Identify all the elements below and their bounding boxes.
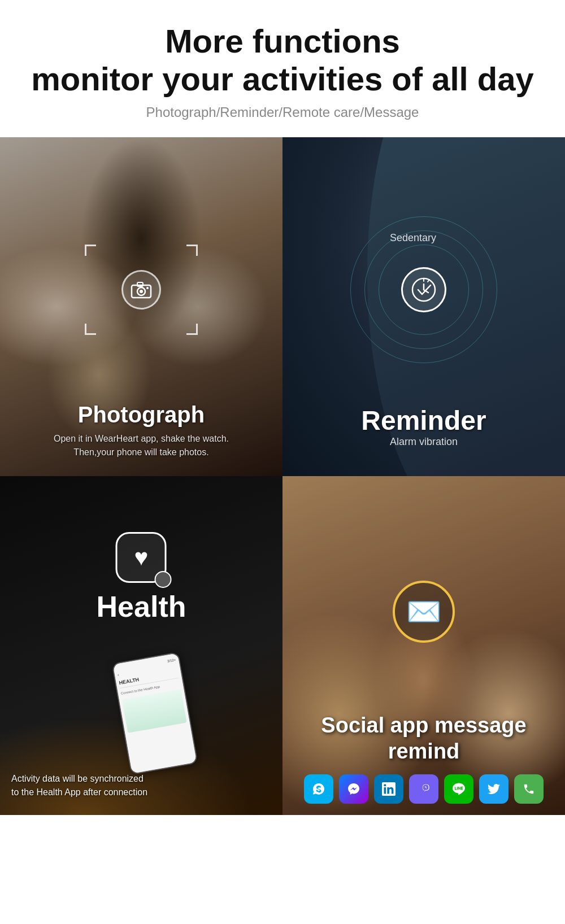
viber-icon <box>409 774 438 804</box>
photo-desc-line2: Then,your phone will take photos. <box>73 447 208 457</box>
social-cell: ✉️ Social app message remind <box>282 476 565 815</box>
social-label: Social app message remind <box>282 713 565 764</box>
envelope-icon: ✉️ <box>406 595 441 628</box>
heart-icon: ♥ <box>134 544 149 571</box>
timer-svg <box>410 276 438 304</box>
reminder-sub: Alarm vibration <box>282 436 565 448</box>
health-icon-area: ♥ Health <box>97 532 186 624</box>
timer-icon <box>401 267 446 312</box>
photograph-label: Photograph <box>78 402 205 428</box>
message-circle: ✉️ <box>393 581 455 643</box>
reminder-label: Reminder <box>282 405 565 436</box>
photograph-content: Photograph Open it in WearHeart app, sha… <box>0 137 282 476</box>
photograph-desc: Open it in WearHeart app, shake the watc… <box>54 432 229 459</box>
page-title: More functions monitor your activities o… <box>11 23 554 98</box>
title-line2: monitor your activities of all day <box>31 60 534 97</box>
feature-grid: Photograph Open it in WearHeart app, sha… <box>0 137 565 815</box>
health-desc-line1: Activity data will be synchronized <box>11 774 144 783</box>
message-icon-area: ✉️ <box>393 581 455 643</box>
watch-icon: ♥ <box>116 532 167 583</box>
social-overlay <box>282 476 565 815</box>
page-header: More functions monitor your activities o… <box>0 0 565 137</box>
skype-icon <box>304 774 333 804</box>
health-bottom-text: Activity data will be synchronized to th… <box>11 772 271 799</box>
phone-chart-area <box>122 690 187 733</box>
health-desc-line2: to the Health App after connection <box>11 787 147 797</box>
photo-desc-line1: Open it in WearHeart app, shake the watc… <box>54 434 229 443</box>
photograph-cell: Photograph Open it in WearHeart app, sha… <box>0 137 282 476</box>
line-icon <box>444 774 473 804</box>
page-subtitle: Photograph/Reminder/Remote care/Message <box>11 104 554 120</box>
reminder-icon-area <box>401 267 446 312</box>
linkedin-icon <box>374 774 403 804</box>
health-label: Health <box>97 590 186 624</box>
social-label-line2: remind <box>388 739 460 763</box>
messenger-icon <box>339 774 368 804</box>
health-cell: ♥ Health 3/12+ ‹ HEALTH Connect to the H… <box>0 476 282 815</box>
social-label-line1: Social app message <box>321 713 526 737</box>
reminder-text-area: Reminder Alarm vibration <box>282 405 565 448</box>
social-label-area: Social app message remind <box>282 713 565 764</box>
title-line1: More functions <box>165 23 400 59</box>
app-icons-row <box>282 774 565 804</box>
phone-call-icon <box>514 774 544 804</box>
reminder-cell: Sedentary Reminder Alarm vibration <box>282 137 565 476</box>
twitter-icon <box>479 774 508 804</box>
